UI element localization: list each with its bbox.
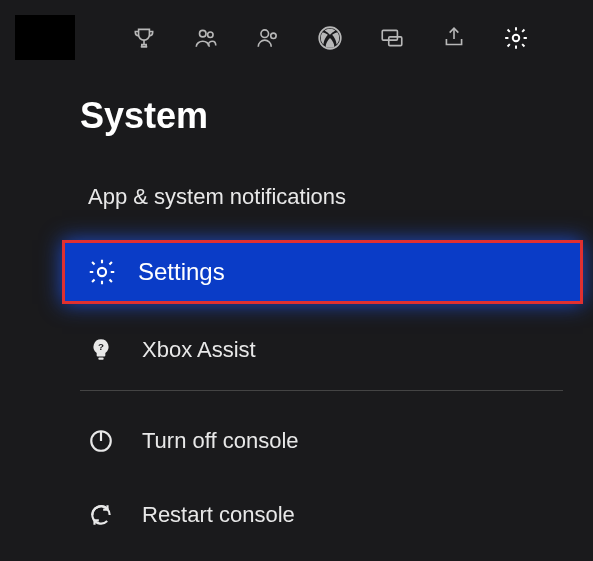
system-guide-panel: System App & system notifications Settin… [0, 0, 593, 561]
svg-text:?: ? [98, 341, 104, 352]
messages-tab[interactable] [379, 27, 405, 53]
people-icon [255, 25, 281, 55]
svg-point-0 [200, 30, 207, 37]
xbox-logo-icon [317, 25, 343, 55]
page-title: System [80, 95, 593, 137]
menu-item-label: Settings [138, 258, 225, 286]
svg-point-8 [98, 268, 106, 276]
menu-item-label: Turn off console [142, 428, 299, 454]
guide-tab-bar [15, 0, 593, 80]
chat-icon [379, 25, 405, 55]
menu-item-label: Xbox Assist [142, 337, 256, 363]
gear-icon [88, 258, 116, 286]
home-tab[interactable] [317, 27, 343, 53]
gear-icon [503, 25, 529, 55]
svg-rect-6 [389, 37, 402, 46]
svg-rect-5 [382, 30, 397, 40]
trophy-icon [131, 25, 157, 55]
people-tab[interactable] [255, 27, 281, 53]
svg-point-2 [261, 30, 269, 38]
svg-point-3 [271, 33, 276, 38]
menu-item-label: Restart console [142, 502, 295, 528]
multiplayer-tab[interactable] [193, 27, 219, 53]
turn-off-menu-item[interactable]: Turn off console [80, 413, 593, 469]
lightbulb-help-icon: ? [88, 337, 114, 363]
broadcast-tab[interactable] [441, 27, 467, 53]
xbox-assist-menu-item[interactable]: ? Xbox Assist [80, 322, 593, 378]
achievements-tab[interactable] [131, 27, 157, 53]
notifications-menu-item[interactable]: App & system notifications [80, 172, 593, 222]
divider [80, 390, 563, 391]
power-icon [88, 428, 114, 454]
menu-item-label: App & system notifications [88, 184, 346, 209]
svg-point-7 [513, 35, 520, 42]
svg-point-1 [208, 32, 213, 37]
profile-tab[interactable] [15, 15, 75, 60]
restart-menu-item[interactable]: Restart console [80, 487, 593, 543]
settings-menu-item[interactable]: Settings [62, 240, 583, 304]
people-group-icon [193, 25, 219, 55]
svg-rect-9 [98, 358, 103, 360]
restart-icon [88, 502, 114, 528]
share-icon [441, 25, 467, 55]
system-tab[interactable] [503, 27, 529, 53]
